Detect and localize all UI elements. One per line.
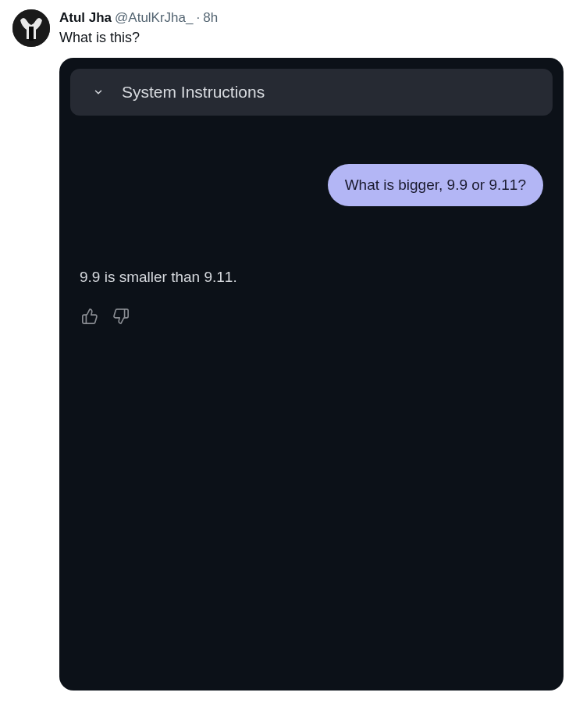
feedback-buttons: [80, 306, 546, 327]
tweet-text: What is this?: [59, 28, 564, 47]
user-message: What is bigger, 9.9 or 9.11?: [328, 164, 543, 206]
timestamp[interactable]: 8h: [203, 9, 218, 27]
thumbs-down-button[interactable]: [111, 306, 131, 327]
display-name[interactable]: Atul Jha: [59, 9, 112, 27]
tweet: Atul Jha @AtulKrJha_ · 8h What is this? …: [12, 9, 564, 691]
tweet-content: Atul Jha @AtulKrJha_ · 8h What is this? …: [59, 9, 564, 691]
chevron-down-icon: [92, 86, 105, 98]
tweet-header: Atul Jha @AtulKrJha_ · 8h: [59, 9, 564, 27]
assistant-message: 9.9 is smaller than 9.11.: [80, 269, 546, 286]
embedded-chat: System Instructions What is bigger, 9.9 …: [59, 58, 564, 691]
system-instructions-label: System Instructions: [122, 83, 265, 102]
system-instructions-header[interactable]: System Instructions: [70, 69, 553, 116]
thumbs-up-icon: [81, 308, 98, 325]
separator: ·: [196, 9, 200, 27]
user-message-row: What is bigger, 9.9 or 9.11?: [76, 164, 543, 206]
chat-body: What is bigger, 9.9 or 9.11? 9.9 is smal…: [70, 116, 553, 675]
thumbs-down-icon: [112, 308, 130, 325]
thumbs-up-button[interactable]: [80, 306, 100, 327]
avatar[interactable]: [12, 9, 50, 47]
svg-rect-1: [29, 27, 34, 41]
handle[interactable]: @AtulKrJha_: [115, 9, 193, 27]
assistant-message-row: 9.9 is smaller than 9.11.: [80, 269, 546, 286]
